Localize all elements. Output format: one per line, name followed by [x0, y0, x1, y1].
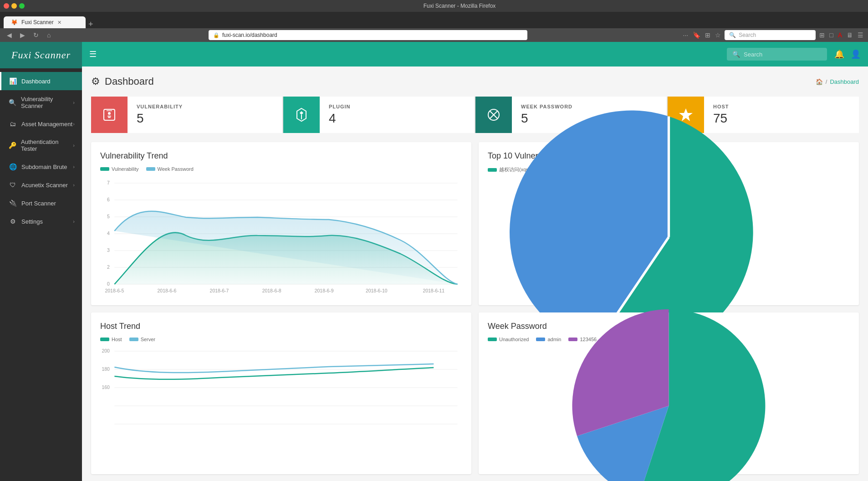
sidebar-item-acunetix-scanner[interactable]: 🛡 Acunetix Scanner ›	[0, 176, 82, 194]
host-trend-legend: Host Server	[100, 337, 462, 342]
legend-label-week-password: Week Password	[158, 166, 194, 172]
refresh-button[interactable]: ↻	[31, 31, 41, 40]
plugin-stat-value: 4	[329, 111, 351, 126]
y-label-4: 4	[107, 231, 110, 236]
x-label-5: 2018-6-9	[315, 288, 334, 293]
star-icon[interactable]: ☆	[715, 31, 721, 39]
legend-color-host	[100, 338, 109, 341]
forward-button[interactable]: ▶	[18, 31, 27, 40]
vulnerability-trend-title: Vulnerability Trend	[100, 151, 462, 161]
host-trend-svg: 200 180 160	[100, 347, 462, 438]
firefox-icon[interactable]: ⊞	[705, 31, 710, 39]
sidebar-item-subdomain-brute[interactable]: 🌐 Subdomain Brute ›	[0, 158, 82, 176]
search-icon: 🔍	[729, 32, 736, 38]
legend-server: Server	[129, 337, 155, 342]
vulnerability-trend-chart: Vulnerability Trend Vulnerability Week P…	[91, 142, 471, 305]
vulnerability-trend-svg: 7 6 5 4 3 2 0	[100, 176, 462, 295]
header-search-box[interactable]: 🔍	[727, 48, 827, 61]
tab-favicon: 🦊	[11, 19, 18, 26]
sidebar-item-vulnerability-scanner[interactable]: 🔍 Vulnerability Scanner ›	[0, 90, 82, 115]
browser-tab-active[interactable]: 🦊 Fuxi Scanner ✕	[4, 16, 86, 28]
x-label-2: 2018-6-6	[158, 288, 177, 293]
sidebar-nav: 📊 Dashboard 🔍 Vulnerability Scanner › 🗂 …	[0, 68, 82, 481]
sidebar-item-asset-management[interactable]: 🗂 Asset Management ›	[0, 115, 82, 133]
browser-title: Fuxi Scanner - Mozilla Firefox	[55, 3, 864, 9]
home-button[interactable]: ⌂	[45, 31, 53, 40]
browser-toolbar-icons: ··· 🔖 ⊞ ☆	[683, 31, 721, 39]
chevron-right-icon: ›	[73, 100, 75, 105]
window-icon[interactable]: □	[829, 31, 833, 39]
sidebar: Fuxi Scanner 📊 Dashboard 🔍 Vulnerability…	[0, 42, 82, 481]
svg-point-1	[108, 112, 111, 115]
sidebar-label-settings: Settings	[21, 218, 43, 225]
browser-window-controls	[4, 3, 25, 9]
url-text: fuxi-scan.io/dashboard	[222, 32, 277, 38]
sidebar-item-settings[interactable]: ⚙ Settings ›	[0, 212, 82, 230]
tab-label: Fuxi Scanner	[21, 19, 54, 26]
header-search-input[interactable]	[744, 51, 822, 58]
x-label-3: 2018-6-7	[210, 288, 229, 293]
charts-row-2: Host Trend Host Server	[91, 312, 859, 474]
minimize-window-button[interactable]	[11, 3, 17, 9]
sidebar-label-subdomain-brute: Subdomain Brute	[21, 164, 67, 170]
x-label-6: 2018-6-10	[366, 288, 388, 293]
sidebar-label-dashboard: Dashboard	[21, 78, 51, 85]
host-y-180: 180	[102, 367, 110, 372]
legend-color-week-password	[146, 167, 155, 171]
maximize-window-button[interactable]	[19, 3, 25, 9]
vulnerability-trend-svg-wrap: 7 6 5 4 3 2 0	[100, 176, 462, 295]
legend-week-password: Week Password	[146, 166, 194, 172]
addon-icon[interactable]: A	[838, 31, 842, 39]
notifications-button[interactable]: 🔔	[834, 49, 844, 59]
sidebar-item-dashboard[interactable]: 📊 Dashboard	[0, 72, 82, 90]
bookmark-icon[interactable]: 🔖	[693, 31, 700, 39]
x-label-4: 2018-6-8	[262, 288, 281, 293]
browser-tab-bar: 🦊 Fuxi Scanner ✕ +	[0, 12, 868, 28]
secure-icon: 🔒	[213, 32, 220, 38]
sidebar-toggle-button[interactable]: ☰	[89, 49, 97, 59]
bookmarks-icon[interactable]: ⊞	[819, 31, 825, 39]
host-y-160: 160	[102, 385, 110, 390]
close-tab-button[interactable]: ✕	[57, 20, 61, 26]
vulnerability-stat-icon	[91, 97, 128, 133]
browser-search-box[interactable]: 🔍 Search	[725, 30, 816, 40]
week-password-pie-wrap	[488, 347, 850, 465]
browser-extra-icons: ⊞ □ A 🖥 ☰	[819, 31, 863, 39]
authentication-tester-icon: 🔑	[9, 142, 16, 149]
week-password-pie-svg	[488, 285, 850, 481]
sidebar-label-authentication-tester: Authentication Tester	[21, 138, 73, 152]
top10-vulnerability-chart: Top 10 Vulnerability 越权访问(xqr) HOST头攻击(头…	[479, 142, 859, 305]
legend-label-server: Server	[141, 337, 155, 342]
plugin-stat-label: PLUGIN	[329, 104, 351, 109]
menu-icon[interactable]: ☰	[858, 31, 863, 39]
y-label-7: 7	[107, 180, 110, 185]
host-trend-chart: Host Trend Host Server	[91, 312, 471, 474]
more-options-icon[interactable]: ···	[683, 31, 689, 39]
main-content: ⚙ Dashboard 🏠 / Dashboard	[82, 67, 868, 481]
legend-host: Host	[100, 337, 122, 342]
x-label-1: 2018-6-5	[105, 288, 124, 293]
browser-address-bar: ◀ ▶ ↻ ⌂ 🔒 fuxi-scan.io/dashboard ··· 🔖 ⊞…	[0, 28, 868, 42]
back-button[interactable]: ◀	[5, 31, 14, 40]
close-window-button[interactable]	[4, 3, 9, 9]
legend-color-vulnerability	[100, 167, 109, 171]
app-header: ☰ 🔍 🔔 👤	[82, 42, 868, 67]
host-trend-svg-wrap: 200 180 160	[100, 347, 462, 438]
sidebar-label-asset-management: Asset Management	[21, 121, 72, 128]
sidebar-item-port-scanner[interactable]: 🔌 Port Scanner	[0, 194, 82, 212]
stat-card-vulnerability: VULNERABILITY 5	[91, 97, 282, 133]
add-tab-button[interactable]: +	[88, 20, 93, 28]
legend-label-vulnerability: Vulnerability	[112, 166, 139, 172]
dashboard-icon: 📊	[9, 77, 17, 85]
y-label-2: 2	[107, 265, 110, 270]
sidebar-label-acunetix-scanner: Acunetix Scanner	[21, 182, 68, 189]
chevron-right-icon-6: ›	[73, 219, 75, 224]
address-bar-input[interactable]: 🔒 fuxi-scan.io/dashboard	[209, 30, 527, 40]
vulnerability-stat-value: 5	[137, 111, 183, 126]
monitor-icon[interactable]: 🖥	[847, 31, 853, 39]
browser-search-label: Search	[739, 32, 756, 38]
sidebar-item-authentication-tester[interactable]: 🔑 Authentication Tester ›	[0, 133, 82, 158]
svg-marker-6	[300, 111, 303, 115]
svg-rect-3	[108, 117, 111, 118]
user-profile-button[interactable]: 👤	[851, 49, 861, 59]
